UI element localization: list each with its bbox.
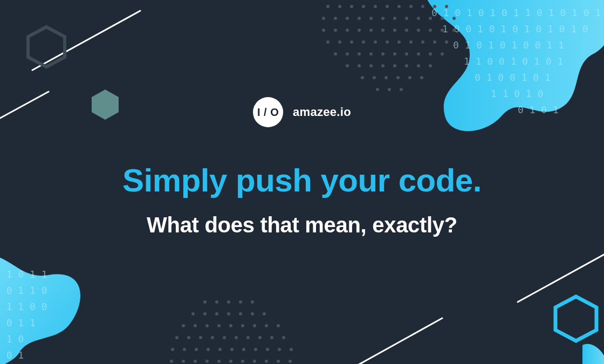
svg-point-104 [203, 312, 207, 315]
svg-point-61 [338, 40, 341, 44]
brand-name: amazee.io [293, 105, 351, 119]
svg-point-71 [334, 52, 337, 56]
svg-point-64 [374, 40, 377, 44]
svg-point-149 [277, 360, 280, 363]
svg-text:1 1 0 0 1 0 1 0 1: 1 1 0 0 1 0 1 0 1 [464, 56, 563, 67]
headline-text: Simply push your code. [122, 162, 482, 199]
svg-text:0 1 0 1: 0 1 0 1 [518, 104, 559, 115]
svg-point-46 [441, 17, 444, 20]
svg-point-70 [445, 40, 448, 44]
wave-blob-bottom-left-icon: 0 1 0 1 1 1 0 1 1 0 0 1 1 0 0 1 0 1 1 0 … [0, 253, 80, 364]
svg-point-115 [241, 324, 244, 327]
svg-point-119 [175, 336, 179, 339]
diagonal-line-bottom-right-icon [518, 243, 604, 302]
svg-point-73 [358, 52, 361, 56]
subhead-text: What does that mean, exactly? [147, 213, 457, 237]
svg-point-100 [227, 300, 230, 304]
svg-point-31 [397, 5, 401, 8]
svg-point-99 [215, 300, 218, 304]
svg-point-51 [358, 29, 361, 32]
svg-point-150 [289, 360, 292, 363]
svg-text:0 1 0 1 0 1 0 1 1 0 1 0 1 0 1: 0 1 0 1 0 1 0 1 1 0 1 0 1 0 1 [431, 7, 601, 18]
svg-point-78 [417, 52, 420, 56]
svg-point-142 [194, 360, 197, 363]
svg-point-68 [421, 40, 424, 44]
svg-text:1 0 1 1 0: 1 0 1 1 0 [0, 285, 47, 296]
wave-blob-top-right-icon: 0 1 0 1 0 1 0 1 1 0 1 0 1 0 1 1 0 0 1 0 … [421, 0, 604, 131]
svg-point-48 [322, 29, 325, 32]
diagonal-line-top-left-icon [32, 11, 140, 70]
svg-text:1 0 1 1: 1 0 1 1 [0, 317, 36, 328]
svg-point-36 [322, 17, 325, 20]
svg-point-143 [205, 360, 209, 363]
svg-point-120 [187, 336, 190, 339]
svg-point-103 [191, 312, 195, 315]
svg-point-111 [194, 324, 197, 327]
svg-point-65 [386, 40, 389, 44]
svg-point-81 [346, 64, 349, 67]
svg-text:0 1 0 0 1 0 1: 0 1 0 0 1 0 1 [475, 72, 551, 83]
svg-point-84 [381, 64, 385, 67]
svg-point-90 [373, 76, 376, 79]
svg-point-26 [338, 5, 341, 8]
svg-point-93 [408, 76, 411, 79]
svg-point-145 [229, 360, 232, 363]
svg-point-106 [227, 312, 230, 315]
svg-point-80 [441, 52, 444, 56]
svg-point-123 [223, 336, 226, 339]
hexagon-outline-cyan-icon [555, 297, 596, 341]
svg-point-109 [263, 312, 266, 315]
svg-point-29 [374, 5, 377, 8]
dot-cluster-top-explicit-icon [322, 0, 456, 91]
svg-point-131 [195, 348, 198, 351]
svg-point-66 [397, 40, 401, 44]
svg-point-34 [433, 5, 436, 8]
svg-point-140 [170, 360, 173, 363]
svg-point-42 [393, 17, 396, 20]
svg-point-105 [215, 312, 218, 315]
brand-badge-text: I / O [257, 106, 279, 119]
svg-point-72 [346, 52, 349, 56]
svg-point-136 [254, 348, 257, 351]
svg-point-83 [369, 64, 373, 67]
svg-point-137 [266, 348, 269, 351]
hexagon-filled-teal-icon [92, 90, 119, 120]
svg-point-135 [242, 348, 245, 351]
svg-point-127 [270, 336, 273, 339]
svg-point-28 [362, 5, 365, 8]
svg-text:1 0 0 1 0 1 0 1 0 1 0 1 0: 1 0 0 1 0 1 0 1 0 1 0 1 0 [442, 23, 588, 35]
svg-point-87 [417, 64, 420, 67]
svg-point-67 [409, 40, 413, 44]
svg-text:0 1 0: 0 1 0 [0, 333, 24, 345]
svg-point-44 [417, 17, 420, 20]
svg-point-125 [246, 336, 250, 339]
diagonal-line-top-left-short-icon [0, 92, 49, 124]
svg-point-92 [396, 76, 400, 79]
svg-point-102 [251, 300, 254, 304]
svg-point-139 [290, 348, 293, 351]
svg-point-27 [350, 5, 353, 8]
svg-text:1 0 1: 1 0 1 [0, 349, 24, 361]
svg-point-62 [350, 40, 353, 44]
svg-point-97 [400, 88, 403, 91]
svg-point-30 [386, 5, 389, 8]
svg-point-138 [278, 348, 281, 351]
svg-point-69 [433, 40, 436, 44]
svg-point-74 [369, 52, 373, 56]
svg-point-14 [313, 0, 464, 94]
svg-point-113 [217, 324, 221, 327]
svg-point-63 [362, 40, 365, 44]
svg-point-38 [346, 17, 349, 20]
svg-point-79 [429, 52, 432, 56]
svg-point-118 [277, 324, 280, 327]
svg-point-37 [334, 17, 337, 20]
svg-point-76 [393, 52, 396, 56]
svg-point-94 [420, 76, 423, 79]
svg-point-57 [429, 29, 432, 32]
diagonal-line-bottom-center-icon [345, 318, 442, 364]
svg-point-52 [369, 29, 373, 32]
svg-text:1 1 0 1 0: 1 1 0 1 0 [491, 88, 544, 99]
svg-point-41 [381, 17, 385, 20]
svg-point-130 [183, 348, 186, 351]
svg-point-141 [182, 360, 185, 363]
